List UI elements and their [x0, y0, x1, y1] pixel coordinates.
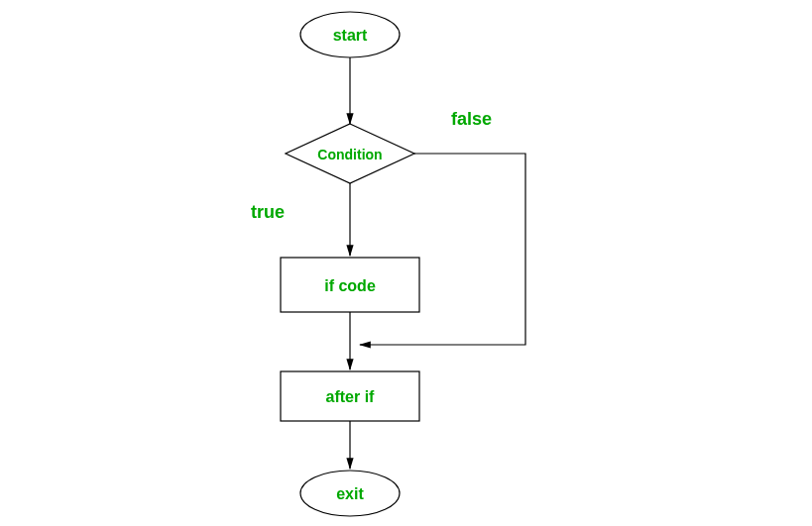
flowchart-diagram: start Condition true false if code after… [0, 0, 812, 526]
ifcode-label: if code [324, 277, 376, 294]
false-edge-label: false [451, 109, 492, 129]
edge-condition-to-afterif-false [360, 154, 525, 345]
condition-label: Condition [317, 147, 382, 162]
afterif-label: after if [326, 388, 376, 405]
flowchart-svg: start Condition true false if code after… [0, 0, 812, 526]
start-label: start [333, 27, 368, 44]
true-edge-label: true [251, 202, 285, 222]
exit-label: exit [336, 485, 364, 502]
